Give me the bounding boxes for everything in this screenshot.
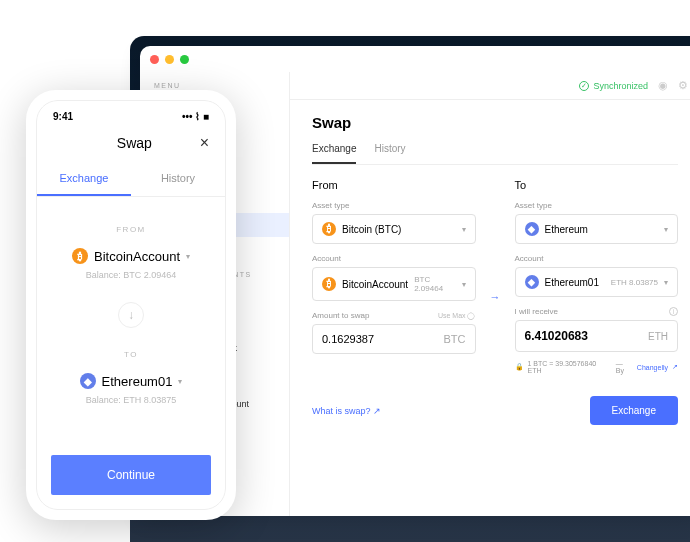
account-label: Account — [515, 254, 679, 263]
chevron-down-icon: ▾ — [186, 252, 190, 261]
continue-button[interactable]: Continue — [51, 455, 211, 495]
amount-input[interactable]: 0.1629387 BTC — [312, 324, 476, 354]
to-label: TO — [53, 350, 209, 359]
receive-currency: ETH — [648, 331, 668, 342]
ethereum-icon: ◆ — [525, 222, 539, 236]
use-max-toggle[interactable]: Use Max ◯ — [438, 312, 476, 320]
phone-tab-exchange[interactable]: Exchange — [37, 162, 131, 196]
lock-icon: 🔒 — [515, 363, 524, 371]
to-column: To Asset type ◆Ethereum ▾ Account ◆Ether… — [515, 179, 679, 374]
asset-type-label: Asset type — [515, 201, 679, 210]
from-header: From — [312, 179, 476, 191]
close-dot[interactable] — [150, 55, 159, 64]
info-icon[interactable]: i — [669, 307, 678, 316]
asset-name: Bitcoin (BTC) — [342, 224, 401, 235]
to-balance: Balance: ETH 8.03875 — [53, 395, 209, 405]
phone-device: 9:41 ••• ⌇ ■ Swap × Exchange History FRO… — [26, 90, 236, 520]
maximize-dot[interactable] — [180, 55, 189, 64]
settings-icon[interactable]: ⚙ — [678, 79, 688, 92]
phone-tabs: Exchange History — [37, 162, 225, 197]
titlebar — [140, 46, 690, 72]
bitcoin-icon: ₿ — [322, 277, 336, 291]
from-asset-dropdown[interactable]: ₿Bitcoin (BTC) ▾ — [312, 214, 476, 244]
account-bal: ETH 8.03875 — [611, 278, 658, 287]
chevron-down-icon: ▾ — [664, 225, 668, 234]
tab-history[interactable]: History — [374, 143, 405, 164]
amount-currency: BTC — [444, 333, 466, 345]
swap-arrow-icon: → — [490, 291, 501, 303]
swap-direction-icon[interactable]: ↓ — [118, 302, 144, 328]
account-label: Account — [312, 254, 476, 263]
ethereum-icon: ◆ — [525, 275, 539, 289]
bitcoin-icon: ₿ — [322, 222, 336, 236]
account-bal: BTC 2.09464 — [414, 275, 455, 293]
to-header: To — [515, 179, 679, 191]
provider-link[interactable]: Changelly — [637, 364, 668, 371]
from-column: From Asset type ₿Bitcoin (BTC) ▾ Account… — [312, 179, 476, 354]
from-balance: Balance: BTC 2.09464 — [53, 270, 209, 280]
receive-output: 6.41020683 ETH — [515, 320, 679, 352]
to-asset-dropdown[interactable]: ◆Ethereum ▾ — [515, 214, 679, 244]
amount-label: Amount to swap — [312, 311, 369, 320]
amount-value: 0.1629387 — [322, 333, 374, 345]
bitcoin-icon: ₿ — [72, 248, 88, 264]
tab-exchange[interactable]: Exchange — [312, 143, 356, 164]
eye-icon[interactable]: ◉ — [658, 79, 668, 92]
from-section: FROM ₿ BitcoinAccount ▾ Balance: BTC 2.0… — [37, 197, 225, 298]
tabs: Exchange History — [312, 143, 678, 165]
to-section: TO ◆ Ethereum01 ▾ Balance: ETH 8.03875 — [37, 332, 225, 423]
from-account-dropdown[interactable]: ₿BitcoinAccount BTC 2.09464▾ — [312, 267, 476, 301]
external-link-icon: ↗ — [672, 363, 678, 371]
chevron-down-icon: ▾ — [462, 225, 466, 234]
from-account-selector[interactable]: ₿ BitcoinAccount ▾ — [53, 248, 209, 264]
signal-icons: ••• ⌇ ■ — [182, 111, 209, 122]
chevron-down-icon: ▾ — [462, 280, 466, 289]
phone-title: Swap — [117, 135, 152, 151]
topbar: ✓Synchronized ◉ ⚙ — [290, 72, 690, 100]
from-label: FROM — [53, 225, 209, 234]
page-title: Swap — [312, 114, 678, 131]
rate-row: 🔒 1 BTC = 39.30576840 ETH — By Changelly… — [515, 360, 679, 374]
sync-icon: ✓ — [579, 81, 589, 91]
main: ✓Synchronized ◉ ⚙ Swap Exchange History … — [290, 72, 690, 516]
notch — [91, 101, 171, 119]
account-name: BitcoinAccount — [94, 249, 180, 264]
time: 9:41 — [53, 111, 73, 122]
to-account-selector[interactable]: ◆ Ethereum01 ▾ — [53, 373, 209, 389]
asset-name: Ethereum — [545, 224, 588, 235]
account-name: Ethereum01 — [102, 374, 173, 389]
receive-label: I will receive — [515, 307, 559, 316]
account-name: BitcoinAccount — [342, 279, 408, 290]
exchange-button[interactable]: Exchange — [590, 396, 678, 425]
to-account-dropdown[interactable]: ◆Ethereum01 ETH 8.03875▾ — [515, 267, 679, 297]
phone-tab-history[interactable]: History — [131, 162, 225, 196]
chevron-down-icon: ▾ — [178, 377, 182, 386]
account-name: Ethereum01 — [545, 277, 599, 288]
chevron-down-icon: ▾ — [664, 278, 668, 287]
rate-text: 1 BTC = 39.30576840 ETH — [528, 360, 612, 374]
close-icon[interactable]: × — [200, 134, 209, 152]
asset-type-label: Asset type — [312, 201, 476, 210]
sync-text: Synchronized — [593, 81, 648, 91]
by-text: — By — [616, 360, 633, 374]
ethereum-icon: ◆ — [80, 373, 96, 389]
sync-status: ✓Synchronized — [579, 81, 648, 91]
what-is-swap-link[interactable]: What is swap? ↗ — [312, 406, 381, 416]
minimize-dot[interactable] — [165, 55, 174, 64]
receive-value: 6.41020683 — [525, 329, 588, 343]
